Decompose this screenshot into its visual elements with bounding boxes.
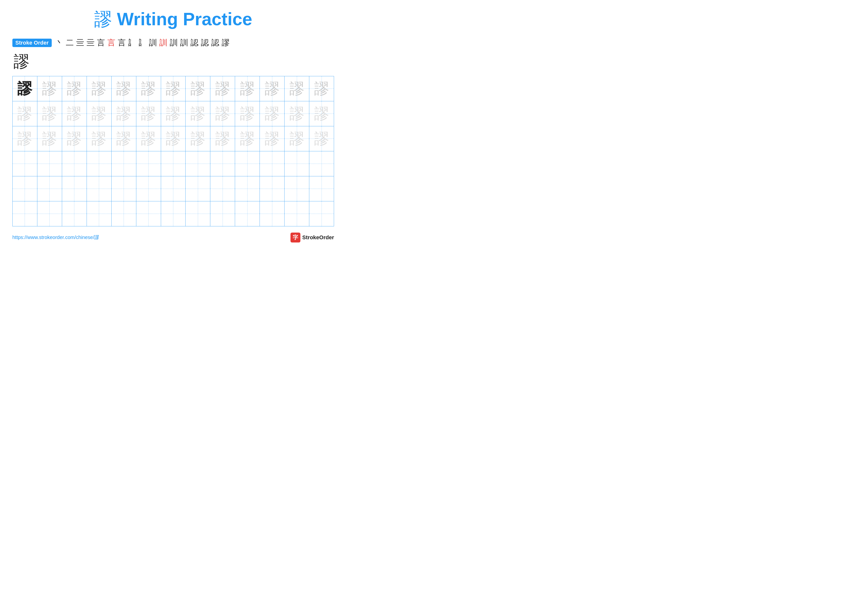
grid-cell-5-3[interactable] [62,176,87,201]
grid-cell-4-2[interactable] [37,151,62,176]
grid-cell-5-9[interactable] [210,176,235,201]
grid-cell-2-11[interactable]: 謬 [260,101,285,126]
grid-cell-4-9[interactable] [210,151,235,176]
grid-cell-3-11[interactable]: 謬 [260,126,285,151]
grid-cell-2-1[interactable]: 謬 [12,101,37,126]
grid-cell-2-7[interactable]: 謬 [161,101,186,126]
grid-row-3: 謬 謬 謬 謬 謬 謬 謬 謬 謬 謬 謬 謬 [12,126,334,151]
grid-cell-1-8[interactable]: 謬 [186,76,210,101]
stroke-5: 言 [97,37,105,48]
grid-cell-3-5[interactable]: 謬 [112,126,136,151]
grid-cell-4-10[interactable] [235,151,260,176]
grid-cell-5-13[interactable] [309,176,334,201]
grid-cell-5-12[interactable] [285,176,309,201]
char-display: 謬 [314,81,329,96]
char-display: 謬 [215,131,230,146]
grid-cell-4-11[interactable] [260,151,285,176]
grid-cell-2-4[interactable]: 謬 [87,101,112,126]
grid-cell-2-12[interactable]: 謬 [285,101,309,126]
grid-cell-3-3[interactable]: 謬 [62,126,87,151]
stroke-order-section: Stroke Order 丶 二 亖 亖 言 言 言 訁 訁 訓 訓 訓 訓 認… [12,37,334,48]
grid-cell-5-1[interactable] [12,176,37,201]
grid-cell-5-4[interactable] [87,176,112,201]
grid-cell-1-11[interactable]: 謬 [260,76,285,101]
grid-cell-2-10[interactable]: 謬 [235,101,260,126]
grid-cell-3-10[interactable]: 謬 [235,126,260,151]
grid-cell-5-8[interactable] [186,176,210,201]
footer-logo: 字 StrokeOrder [290,233,334,242]
grid-cell-1-4[interactable]: 謬 [87,76,112,101]
grid-cell-4-6[interactable] [136,151,161,176]
grid-cell-5-2[interactable] [37,176,62,201]
grid-cell-3-1[interactable]: 謬 [12,126,37,151]
char-display: 謬 [215,81,230,96]
grid-row-4 [12,151,334,176]
grid-cell-4-8[interactable] [186,151,210,176]
grid-cell-4-13[interactable] [309,151,334,176]
grid-cell-6-13[interactable] [309,201,334,226]
grid-cell-5-10[interactable] [235,176,260,201]
logo-icon: 字 [290,233,301,242]
grid-cell-3-13[interactable]: 謬 [309,126,334,151]
grid-cell-1-6[interactable]: 謬 [136,76,161,101]
grid-cell-6-7[interactable] [161,201,186,226]
char-display: 謬 [141,131,156,146]
char-display: 謬 [166,81,181,96]
grid-cell-5-7[interactable] [161,176,186,201]
stroke-4: 亖 [87,37,95,48]
grid-cell-1-9[interactable]: 謬 [210,76,235,101]
grid-cell-4-4[interactable] [87,151,112,176]
grid-cell-4-3[interactable] [62,151,87,176]
grid-cell-6-3[interactable] [62,201,87,226]
grid-cell-3-6[interactable]: 謬 [136,126,161,151]
grid-cell-3-7[interactable]: 謬 [161,126,186,151]
grid-cell-3-2[interactable]: 謬 [37,126,62,151]
grid-cell-6-6[interactable] [136,201,161,226]
grid-cell-5-11[interactable] [260,176,285,201]
grid-cell-5-6[interactable] [136,176,161,201]
grid-cell-1-7[interactable]: 謬 [161,76,186,101]
grid-cell-4-5[interactable] [112,151,136,176]
grid-cell-6-2[interactable] [37,201,62,226]
grid-cell-3-4[interactable]: 謬 [87,126,112,151]
grid-cell-4-7[interactable] [161,151,186,176]
grid-cell-1-1[interactable]: 謬 [12,76,37,101]
stroke-12: 訓 [170,37,178,48]
grid-row-6 [12,201,334,226]
grid-cell-1-5[interactable]: 謬 [112,76,136,101]
grid-cell-6-9[interactable] [210,201,235,226]
grid-cell-2-8[interactable]: 謬 [186,101,210,126]
stroke-17: 謬 [222,37,229,48]
grid-cell-2-13[interactable]: 謬 [309,101,334,126]
title-character: 謬 [94,9,112,29]
grid-cell-6-12[interactable] [285,201,309,226]
char-display: 謬 [42,81,57,96]
title-text: Writing Practice [112,9,253,29]
grid-cell-6-10[interactable] [235,201,260,226]
grid-cell-4-12[interactable] [285,151,309,176]
grid-cell-1-2[interactable]: 謬 [37,76,62,101]
grid-cell-3-8[interactable]: 謬 [186,126,210,151]
grid-cell-4-1[interactable] [12,151,37,176]
grid-cell-1-3[interactable]: 謬 [62,76,87,101]
grid-cell-1-13[interactable]: 謬 [309,76,334,101]
grid-cell-2-2[interactable]: 謬 [37,101,62,126]
grid-cell-2-5[interactable]: 謬 [112,101,136,126]
stroke-15: 認 [201,37,209,48]
grid-cell-6-5[interactable] [112,201,136,226]
grid-cell-3-9[interactable]: 謬 [210,126,235,151]
stroke-16: 認 [211,37,219,48]
grid-cell-2-6[interactable]: 謬 [136,101,161,126]
grid-cell-2-9[interactable]: 謬 [210,101,235,126]
grid-cell-1-12[interactable]: 謬 [285,76,309,101]
grid-cell-2-3[interactable]: 謬 [62,101,87,126]
grid-cell-6-8[interactable] [186,201,210,226]
grid-cell-5-5[interactable] [112,176,136,201]
grid-cell-6-4[interactable] [87,201,112,226]
char-display: 謬 [240,131,255,146]
footer-url[interactable]: https://www.strokeorder.com/chinese/謬 [12,234,99,241]
grid-cell-1-10[interactable]: 謬 [235,76,260,101]
grid-cell-6-11[interactable] [260,201,285,226]
grid-cell-3-12[interactable]: 謬 [285,126,309,151]
grid-cell-6-1[interactable] [12,201,37,226]
